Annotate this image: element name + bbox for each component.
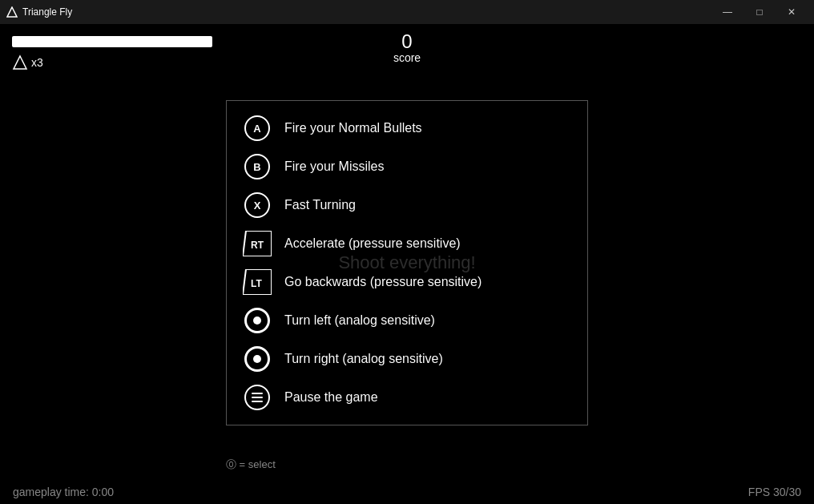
- button-icon-b: B: [243, 152, 272, 181]
- bottom-bar: gameplay time: 0:00 FPS 30/30: [0, 480, 814, 504]
- svg-text:LT: LT: [251, 278, 262, 289]
- button-icon-x: X: [243, 191, 272, 220]
- button-icon-rt: RT: [243, 229, 272, 258]
- hud-score: 0 score: [0, 32, 814, 64]
- help-label-normal-bullets: Fire your Normal Bullets: [284, 121, 422, 135]
- button-icon-analog-left: [243, 306, 272, 335]
- title-bar-left: Triangle Fly: [6, 6, 72, 18]
- maximize-button[interactable]: □: [743, 0, 776, 24]
- svg-text:RT: RT: [251, 240, 264, 251]
- gameplay-time: gameplay time: 0:00: [13, 486, 114, 498]
- help-label-missiles: Fire your Missiles: [284, 159, 384, 174]
- title-bar-title: Triangle Fly: [22, 6, 72, 18]
- help-item-accelerate: RT Accelerate (pressure sensitive): [227, 224, 587, 263]
- button-icon-a: A: [243, 114, 272, 143]
- button-icon-lt: LT: [243, 268, 272, 296]
- help-label-fast-turning: Fast Turning: [284, 198, 356, 212]
- help-label-turn-left: Turn left (analog sensitive): [284, 313, 435, 328]
- button-icon-analog-right: [243, 345, 272, 373]
- help-item-missiles: B Fire your Missiles: [227, 147, 587, 186]
- help-item-turn-left: Turn left (analog sensitive): [227, 301, 587, 340]
- help-label-accelerate: Accelerate (pressure sensitive): [284, 236, 461, 251]
- game-area: x3 0 score Shoot everything! A Fire your…: [0, 24, 814, 504]
- button-icon-menu: [243, 383, 272, 412]
- minimize-button[interactable]: —: [711, 0, 743, 24]
- help-label-turn-right: Turn right (analog sensitive): [284, 352, 443, 366]
- help-label-go-backwards: Go backwards (pressure sensitive): [284, 275, 482, 289]
- help-panel: Shoot everything! A Fire your Normal Bul…: [226, 100, 588, 425]
- close-button[interactable]: ✕: [776, 0, 808, 24]
- help-item-turn-right: Turn right (analog sensitive): [227, 340, 587, 378]
- score-value: 0: [0, 32, 814, 51]
- footer-hint: ⓪ = select: [226, 458, 276, 472]
- title-bar: Triangle Fly — □ ✕: [0, 0, 814, 24]
- svg-marker-0: [7, 7, 17, 17]
- help-label-pause: Pause the game: [284, 390, 378, 405]
- app-icon: [6, 6, 18, 18]
- title-bar-controls: — □ ✕: [711, 0, 808, 24]
- help-item-go-backwards: LT Go backwards (pressure sensitive): [227, 263, 587, 301]
- fps-counter: FPS 30/30: [748, 486, 801, 498]
- help-item-normal-bullets: A Fire your Normal Bullets: [227, 109, 587, 147]
- help-item-pause: Pause the game: [227, 378, 587, 417]
- help-item-fast-turning: X Fast Turning: [227, 186, 587, 224]
- score-label: score: [0, 51, 814, 64]
